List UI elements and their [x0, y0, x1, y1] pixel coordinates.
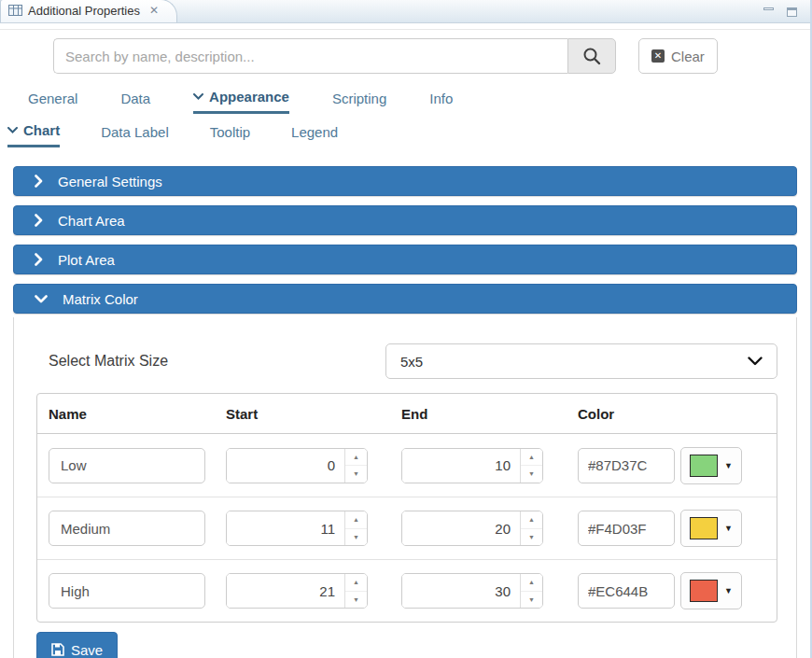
spin-down-icon[interactable]: ▼ [345, 466, 367, 483]
spin-down-icon[interactable]: ▼ [521, 529, 542, 546]
search-row: ✕ Clear [53, 38, 810, 74]
color-picker-button[interactable]: ▼ [680, 510, 742, 547]
chevron-down-icon [193, 93, 203, 100]
save-button[interactable]: Save [36, 632, 118, 658]
section-chart-area[interactable]: Chart Area [13, 205, 797, 235]
additional-properties-view: { "window": { "tab_title": "Additional P… [0, 0, 812, 658]
chevron-down-icon [7, 127, 18, 133]
window-buttons [763, 7, 810, 22]
spin-up-icon[interactable]: ▲ [345, 511, 367, 529]
spin-up-icon[interactable]: ▲ [345, 574, 367, 592]
main-tabs: General Data Appearance Scripting Info [0, 89, 810, 114]
tab-scripting[interactable]: Scripting [332, 89, 386, 114]
sub-tabs: Chart Data Label Tooltip Legend [0, 122, 810, 147]
col-header-start: Start [215, 406, 390, 422]
color-hex-input[interactable] [578, 448, 675, 483]
subtab-tooltip[interactable]: Tooltip [210, 122, 250, 147]
spin-down-icon[interactable]: ▼ [521, 592, 542, 609]
search-icon [582, 47, 601, 65]
caret-down-icon: ▼ [724, 461, 733, 470]
matrix-size-value: 5x5 [400, 354, 423, 370]
spinner: ▲ ▼ [344, 511, 367, 545]
color-hex-input[interactable] [578, 511, 675, 546]
search-input[interactable] [53, 38, 567, 74]
spinner: ▲ ▼ [520, 574, 542, 608]
col-header-name: Name [37, 406, 215, 422]
name-input[interactable] [49, 573, 205, 609]
chevron-right-icon [35, 175, 43, 188]
view-divider [0, 23, 810, 30]
spinner: ▲ ▼ [344, 449, 367, 483]
save-icon [51, 643, 64, 656]
caret-down-icon: ▼ [724, 524, 733, 533]
section-label: Plot Area [58, 252, 115, 268]
start-input[interactable] [227, 449, 344, 483]
tab-appearance[interactable]: Appearance [193, 89, 289, 114]
section-matrix-color[interactable]: Matrix Color [13, 284, 797, 314]
chevron-right-icon [35, 214, 43, 227]
end-stepper: ▲ ▼ [401, 448, 543, 483]
spin-down-icon[interactable]: ▼ [345, 592, 367, 609]
spin-up-icon[interactable]: ▲ [521, 574, 542, 592]
matrix-color-table: Name Start End Color ▲ ▼ [36, 393, 777, 623]
subtab-chart[interactable]: Chart [7, 122, 60, 147]
clear-x-icon: ✕ [651, 49, 665, 63]
spin-down-icon[interactable]: ▼ [345, 529, 367, 546]
table-icon [8, 5, 22, 16]
subtab-data-label[interactable]: Data Label [101, 122, 169, 147]
color-swatch [690, 580, 718, 602]
section-general-settings[interactable]: General Settings [13, 166, 797, 196]
tab-info[interactable]: Info [429, 89, 453, 114]
name-input[interactable] [49, 448, 205, 483]
end-input[interactable] [402, 511, 520, 545]
start-stepper: ▲ ▼ [226, 511, 368, 546]
color-hex-input[interactable] [578, 573, 675, 609]
close-icon[interactable]: ✕ [149, 4, 159, 17]
table-row: ▲ ▼ ▲ ▼ [37, 559, 777, 622]
name-input[interactable] [49, 511, 205, 546]
table-row: ▲ ▼ ▲ ▼ [37, 434, 777, 497]
clear-button[interactable]: ✕ Clear [638, 38, 718, 74]
section-label: Chart Area [58, 213, 125, 229]
color-picker-button[interactable]: ▼ [680, 447, 742, 484]
start-stepper: ▲ ▼ [226, 448, 368, 483]
table-row: ▲ ▼ ▲ ▼ [37, 497, 777, 559]
start-stepper: ▲ ▼ [226, 573, 368, 609]
matrix-size-label: Select Matrix Size [36, 353, 168, 370]
minimize-icon[interactable] [763, 7, 774, 10]
view-tab-additional-properties[interactable]: Additional Properties ✕ [0, 0, 177, 22]
spin-up-icon[interactable]: ▲ [521, 449, 542, 467]
accordion: General Settings Chart Area Plot Area Ma… [13, 166, 797, 658]
spinner: ▲ ▼ [520, 449, 542, 483]
end-input[interactable] [402, 574, 520, 608]
section-plot-area[interactable]: Plot Area [13, 245, 797, 274]
tab-general[interactable]: General [28, 89, 77, 114]
matrix-size-row: Select Matrix Size 5x5 [36, 343, 777, 379]
view-tabstrip: Additional Properties ✕ [0, 0, 810, 23]
start-input[interactable] [227, 574, 344, 608]
color-swatch [690, 517, 718, 539]
matrix-size-select[interactable]: 5x5 [385, 343, 777, 379]
spin-up-icon[interactable]: ▲ [345, 449, 367, 467]
matrix-color-panel: Select Matrix Size 5x5 Name Start End Co… [13, 317, 797, 658]
maximize-icon[interactable] [787, 7, 797, 17]
end-stepper: ▲ ▼ [401, 573, 543, 609]
spin-up-icon[interactable]: ▲ [521, 511, 542, 529]
search-button[interactable] [567, 38, 616, 74]
spinner: ▲ ▼ [344, 574, 367, 608]
spin-down-icon[interactable]: ▼ [521, 466, 542, 483]
section-label: General Settings [58, 174, 162, 189]
start-input[interactable] [227, 511, 344, 545]
table-header: Name Start End Color [37, 394, 777, 434]
clear-button-label: Clear [671, 49, 705, 64]
chevron-down-icon [35, 295, 48, 303]
subtab-legend[interactable]: Legend [291, 122, 338, 147]
section-label: Matrix Color [63, 291, 138, 307]
end-input[interactable] [402, 449, 520, 483]
color-swatch [690, 455, 718, 477]
tab-data[interactable]: Data [120, 89, 150, 114]
spinner: ▲ ▼ [520, 511, 542, 545]
col-header-color: Color [567, 406, 777, 422]
end-stepper: ▲ ▼ [401, 511, 543, 546]
color-picker-button[interactable]: ▼ [680, 572, 742, 609]
